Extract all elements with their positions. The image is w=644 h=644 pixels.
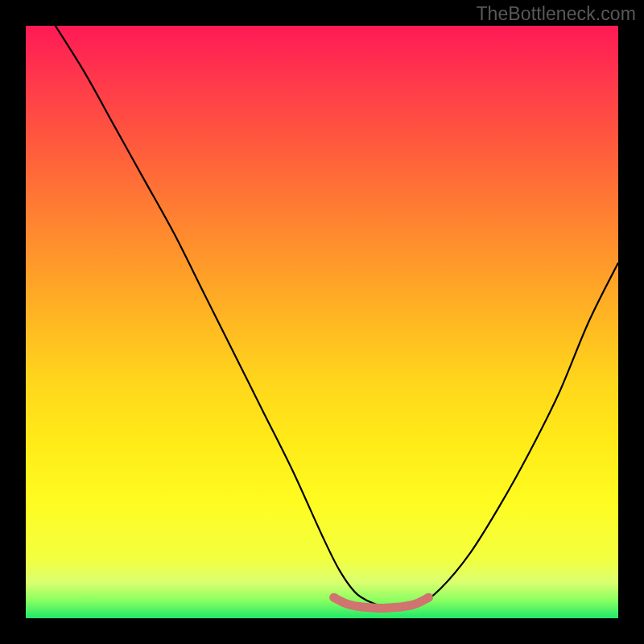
chart-svg <box>26 26 618 618</box>
main-curve-path <box>56 26 618 609</box>
chart-container: TheBottleneck.com <box>0 0 644 644</box>
watermark-text: TheBottleneck.com <box>476 3 636 25</box>
bottom-accent-path <box>334 597 429 608</box>
